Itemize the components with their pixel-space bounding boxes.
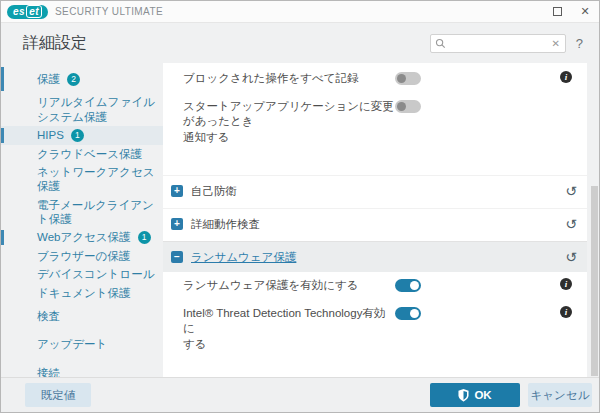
cancel-button[interactable]: キャンセル: [528, 383, 592, 407]
sidebar-item-device-control[interactable]: デバイスコントロール: [1, 265, 163, 283]
close-icon: ✕: [580, 6, 589, 17]
search-icon: [435, 38, 446, 49]
sidebar-item-document-protection[interactable]: ドキュメント保護: [1, 284, 163, 302]
expand-icon[interactable]: +: [171, 185, 183, 197]
revert-icon[interactable]: ↺: [565, 183, 577, 199]
sidebar-item-scan[interactable]: 検査: [1, 302, 163, 330]
info-icon[interactable]: i: [560, 278, 572, 290]
search-input[interactable]: [446, 37, 551, 49]
sidebar-item-realtime-filesystem-protection[interactable]: リアルタイムファイルシステム保護: [1, 93, 163, 126]
maximize-icon: [553, 7, 562, 16]
collapse-icon[interactable]: −: [171, 251, 183, 263]
sidebar-item-web-access-protection[interactable]: Webアクセス保護1: [1, 228, 163, 246]
window-controls: ✕: [543, 1, 599, 23]
ok-button[interactable]: OK: [430, 383, 520, 407]
sidebar-item-protections[interactable]: 保護2: [1, 65, 163, 93]
sidebar-item-browser-protection[interactable]: ブラウザーの保護: [1, 247, 163, 265]
scrollbar-thumb[interactable]: [591, 186, 598, 376]
toggle-notify-startup-app-changes[interactable]: [395, 100, 421, 113]
info-icon[interactable]: i: [560, 306, 572, 318]
sidebar-item-cloud-protection[interactable]: クラウドベース保護: [1, 145, 163, 163]
footer: 既定値 OK キャンセル: [1, 377, 599, 412]
shield-icon: [458, 389, 469, 402]
badge: 2: [67, 73, 80, 86]
setting-row-enable-ransomware-shield: ランサムウェア保護を有効にする i: [163, 272, 587, 300]
settings-panel: ブロックされた操作をすべて記録 i スタートアップアプリケーションに変更があった…: [163, 63, 587, 377]
sidebar-item-hips[interactable]: HIPS1: [1, 126, 163, 144]
revert-icon[interactable]: ↺: [565, 249, 577, 265]
search-box[interactable]: ✕: [430, 34, 566, 53]
maximize-button[interactable]: [543, 1, 571, 23]
titlebar: eset SECURITY ULTIMATE ✕: [1, 1, 599, 23]
toggle-log-blocked-operations[interactable]: [395, 72, 421, 85]
eset-logo: eset: [7, 5, 48, 19]
close-button[interactable]: ✕: [571, 1, 599, 23]
toggle-enable-ransomware-shield[interactable]: [395, 279, 421, 292]
setting-row-intel-tdt: Intel® Threat Detection Technology有効に する…: [163, 300, 587, 359]
help-icon[interactable]: ?: [576, 36, 583, 51]
section-ransomware-shield[interactable]: − ランサムウェア保護 ↺: [163, 241, 587, 272]
header: 詳細設定 ✕ ?: [1, 23, 599, 63]
section-self-defense[interactable]: + 自己防衛 ↺: [163, 175, 587, 206]
sidebar-item-email-client-protection[interactable]: 電子メールクライアント保護: [1, 196, 163, 229]
default-button[interactable]: 既定値: [25, 383, 91, 407]
scrollbar: [591, 63, 598, 377]
body: 保護2 リアルタイムファイルシステム保護 HIPS1 クラウドベース保護 ネット…: [1, 63, 599, 377]
sidebar: 保護2 リアルタイムファイルシステム保護 HIPS1 クラウドベース保護 ネット…: [1, 63, 163, 377]
setting-row-notify-startup-app-changes: スタートアップアプリケーションに変更があったとき 通知する: [163, 93, 587, 152]
sidebar-item-network-access-protection[interactable]: ネットワークアクセス保護: [1, 163, 163, 196]
eset-advanced-setup-window: eset SECURITY ULTIMATE ✕ 詳細設定 ✕ ? 保護2 リア…: [0, 0, 600, 413]
sidebar-item-update[interactable]: アップデート: [1, 330, 163, 358]
revert-icon[interactable]: ↺: [565, 216, 577, 232]
setting-row-log-blocked-operations: ブロックされた操作をすべて記録 i: [163, 65, 587, 93]
search-clear-icon[interactable]: ✕: [550, 38, 560, 49]
info-icon[interactable]: i: [560, 71, 572, 83]
toggle-intel-tdt[interactable]: [395, 307, 421, 320]
eset-logo-et: et: [26, 5, 42, 18]
page-title: 詳細設定: [23, 33, 87, 54]
expand-icon[interactable]: +: [171, 218, 183, 230]
badge: 1: [71, 129, 84, 142]
eset-logo-es: es: [13, 6, 25, 17]
badge: 1: [138, 231, 151, 244]
product-name: SECURITY ULTIMATE: [55, 6, 163, 17]
section-deep-behavioral-inspection[interactable]: + 詳細動作検査 ↺: [163, 208, 587, 239]
